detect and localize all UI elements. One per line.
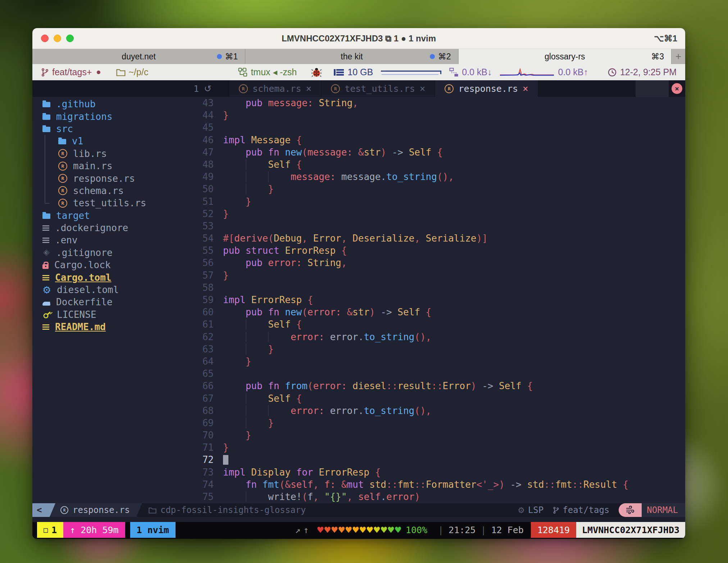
close-icon[interactable]: × — [306, 83, 311, 94]
git-status-component[interactable]: feat/tags+ — [41, 67, 100, 77]
rust-file-icon — [58, 174, 67, 183]
code-line[interactable]: 64 } — [187, 355, 685, 368]
line-number: 63 — [187, 343, 223, 355]
tree-item[interactable]: README.md — [32, 321, 187, 333]
code-line[interactable]: 47 pub fn new(message: &str) -> Self { — [187, 146, 685, 158]
code-line[interactable]: 74 fn fmt(&self, f: &mut std::fmt::Forma… — [187, 478, 685, 491]
code-editor[interactable]: 43 pub message: String,44}4546impl Messa… — [187, 97, 685, 503]
tree-item[interactable]: response.rs — [32, 172, 187, 184]
tree-item[interactable]: .github — [32, 98, 187, 110]
tree-item[interactable]: Dockerfile — [32, 296, 187, 308]
tmux-window-segment[interactable]: 1 nvim — [130, 522, 176, 538]
code-line[interactable]: 49 message: message.to_string(), — [187, 171, 685, 183]
close-icon[interactable]: × — [420, 83, 426, 94]
code-token — [291, 319, 296, 330]
code-token: (), — [414, 332, 431, 342]
code-line[interactable]: 59impl ErrorResp { — [187, 294, 685, 306]
buffer-tab[interactable]: test_utils.rs× — [322, 80, 434, 97]
command-line[interactable] — [32, 517, 685, 522]
code-token — [352, 147, 358, 158]
clock-component[interactable]: 12-2, 9:25 PM — [608, 67, 677, 77]
code-line[interactable]: 46impl Message { — [187, 134, 685, 146]
code-line[interactable]: 54#[derive(Debug, Error, Deserialize, Se… — [187, 232, 685, 244]
buffer-tab[interactable]: response.rs× — [435, 80, 537, 97]
heart-icon: ♥ — [338, 525, 345, 535]
code-line[interactable]: 69 } — [187, 417, 685, 429]
memory-component[interactable]: 10 GB — [333, 67, 373, 77]
tree-item[interactable]: migrations — [32, 110, 187, 122]
tree-item[interactable]: main.rs — [32, 160, 187, 172]
process-component[interactable]: tmux ◂ -zsh — [238, 67, 297, 77]
heart-icon: ♥ — [359, 525, 367, 535]
code-line[interactable]: 73impl Display for ErrorResp { — [187, 466, 685, 478]
code-line[interactable]: 70 } — [187, 429, 685, 441]
tab-shortcut: ⌘2 — [438, 52, 451, 62]
statusline-file[interactable]: response.rs — [50, 503, 142, 517]
statusline-project[interactable]: cdp-fossil-insights-glossary — [149, 503, 306, 517]
tree-item[interactable]: target — [32, 210, 187, 222]
close-all-button[interactable]: × — [669, 80, 685, 97]
code-line[interactable]: 67 Self { — [187, 392, 685, 405]
cwd-component[interactable]: ~/p/c — [116, 67, 149, 77]
network-up-component[interactable]: 0.0 kB↑ — [558, 67, 588, 77]
terminal-tab[interactable]: glossary-rs⌘3 — [459, 49, 672, 64]
code-token: { — [375, 467, 381, 478]
tab-right: ⌘2 — [430, 52, 451, 62]
tree-item[interactable]: .dockerignore — [32, 222, 187, 234]
tree-item[interactable]: src — [32, 123, 187, 135]
code-token: to_string — [364, 405, 414, 416]
code-token: Self — [397, 307, 420, 317]
process-label: tmux ◂ -zsh — [251, 67, 297, 77]
code-line[interactable]: 51 } — [187, 195, 685, 208]
tree-item[interactable]: lib.rs — [32, 148, 187, 160]
tree-item[interactable]: LICENSE — [32, 308, 187, 321]
line-number: 70 — [187, 429, 223, 441]
code-line[interactable]: 50 } — [187, 183, 685, 195]
buffer-tab[interactable]: schema.rs× — [229, 80, 321, 97]
code-line[interactable]: 68 error: error.to_string(), — [187, 405, 685, 417]
code-line[interactable]: 43 pub message: String, — [187, 97, 685, 109]
code-line[interactable]: 53 — [187, 220, 685, 232]
code-token: & — [341, 479, 347, 490]
code-line[interactable]: 55pub struct ErrorResp { — [187, 244, 685, 257]
tree-item[interactable]: ⚙diesel.toml — [32, 284, 187, 296]
window-titlebar[interactable]: LMVNHCC02X71XFJHD3 ⧉ 1 ● 1 nvim ⌥⌘1 — [32, 28, 685, 49]
code-line[interactable]: 45 — [187, 121, 685, 134]
statusline-lsp[interactable]: ⚙ LSP — [518, 503, 543, 517]
folder-icon — [42, 114, 50, 120]
statusline-branch[interactable]: feat/tags — [553, 503, 609, 517]
tree-item[interactable]: Cargo.toml — [32, 271, 187, 283]
code-line[interactable]: 52} — [187, 208, 685, 220]
terminal-tab[interactable]: the kit⌘2 — [245, 49, 458, 64]
code-line[interactable]: 48 Self { — [187, 158, 685, 171]
tree-item[interactable]: .env — [32, 234, 187, 246]
code-token: new — [285, 307, 302, 317]
terminal-tab[interactable]: duyet.net⌘1 — [32, 49, 245, 64]
tree-item[interactable]: schema.rs — [32, 185, 187, 197]
code-line[interactable]: 66 pub fn from(error: diesel::result::Er… — [187, 380, 685, 392]
code-line[interactable]: 44} — [187, 109, 685, 121]
code-line[interactable]: 62 error: error.to_string(), — [187, 331, 685, 343]
tree-item[interactable]: v1 — [32, 135, 187, 147]
network-down-component[interactable]: 0.0 kB↓ — [449, 67, 492, 77]
tree-item[interactable]: .gitignore — [32, 247, 187, 259]
code-line[interactable]: 57} — [187, 269, 685, 282]
tmux-session-segment[interactable]: □ 1 — [37, 522, 63, 538]
code-line[interactable]: 65 — [187, 368, 685, 380]
indent-guide — [42, 172, 58, 184]
code-line[interactable]: 61 Self { — [187, 318, 685, 330]
tree-item-label: migrations — [56, 111, 113, 122]
bufferline-indicator[interactable]: 1 ↺ — [194, 80, 211, 97]
code-line[interactable]: 60 pub fn new(error: &str) -> Self { — [187, 306, 685, 318]
code-line[interactable]: 58 — [187, 282, 685, 294]
new-tab-button[interactable]: + — [672, 49, 685, 64]
code-line[interactable]: 56 pub error: String, — [187, 257, 685, 269]
code-line[interactable]: 71} — [187, 441, 685, 454]
code-line[interactable]: 72 — [187, 454, 685, 466]
tree-item[interactable]: Cargo.lock — [32, 259, 187, 271]
code-line[interactable]: 63 } — [187, 343, 685, 355]
tree-item[interactable]: test_utils.rs — [32, 197, 187, 209]
code-token — [291, 393, 296, 404]
close-icon[interactable]: × — [523, 83, 528, 94]
code-line[interactable]: 75 write!(f, "{}", self.error) — [187, 491, 685, 503]
